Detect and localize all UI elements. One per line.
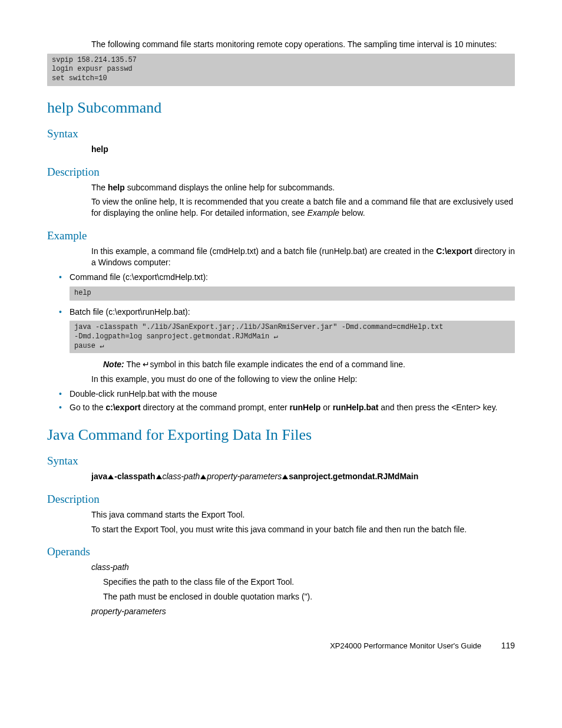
list-item: Command file (c:\export\cmdHelp.txt): he… [59, 272, 515, 300]
code-block-svpip: svpip 158.214.135.57 login expusr passwd… [47, 54, 515, 86]
code-block-help: help [70, 286, 515, 301]
triangle-icon [200, 475, 206, 479]
heading-example: Example [47, 229, 515, 242]
syntax-help: help [91, 144, 515, 155]
return-icon: ↵ [143, 360, 150, 369]
java-syntax-line: java-classpathclass-pathproperty-paramet… [91, 471, 515, 482]
footer-title: XP24000 Performance Monitor User's Guide [330, 641, 481, 650]
operand-class-path-desc1: Specifies the path to the class file of … [103, 577, 515, 588]
intro-paragraph: The following command file starts monito… [91, 39, 515, 50]
list-item: Batch file (c:\export\runHelp.bat): java… [59, 307, 515, 354]
list-item: Go to the c:\export directory at the com… [59, 402, 515, 413]
triangle-icon [282, 475, 288, 479]
heading-description: Description [47, 166, 515, 179]
example-followup: In this example, you must do one of the … [91, 374, 515, 385]
heading-java-command: Java Command for Exporting Data In Files [47, 426, 515, 444]
operand-property-parameters: property-parameters [91, 606, 515, 617]
example-intro: In this example, a command file (cmdHelp… [91, 246, 515, 268]
heading-operands: Operands [47, 545, 515, 558]
note-line: Note: The ↵symbol in this batch file exa… [103, 359, 515, 370]
heading-syntax-2: Syntax [47, 454, 515, 467]
code-block-java-batch: java -classpath "./lib/JSanExport.jar;./… [70, 321, 515, 353]
heading-help-subcommand: help Subcommand [47, 99, 515, 117]
operand-class-path-desc2: The path must be enclosed in double quot… [103, 591, 515, 602]
page-number: 119 [501, 641, 515, 650]
triangle-icon [156, 475, 162, 479]
java-desc-2: To start the Export Tool, you must write… [91, 524, 515, 535]
desc-paragraph-2: To view the online help, It is recommend… [91, 196, 515, 219]
heading-description-2: Description [47, 493, 515, 506]
java-desc-1: This java command starts the Export Tool… [91, 509, 515, 521]
operand-class-path: class-path [91, 562, 515, 573]
heading-syntax: Syntax [47, 127, 515, 140]
list-item: Double-click runHelp.bat with the mouse [59, 388, 515, 400]
triangle-icon [108, 475, 114, 479]
desc-paragraph-1: The help subcommand displays the online … [91, 182, 515, 193]
page-footer: XP24000 Performance Monitor User's Guide… [47, 641, 515, 650]
